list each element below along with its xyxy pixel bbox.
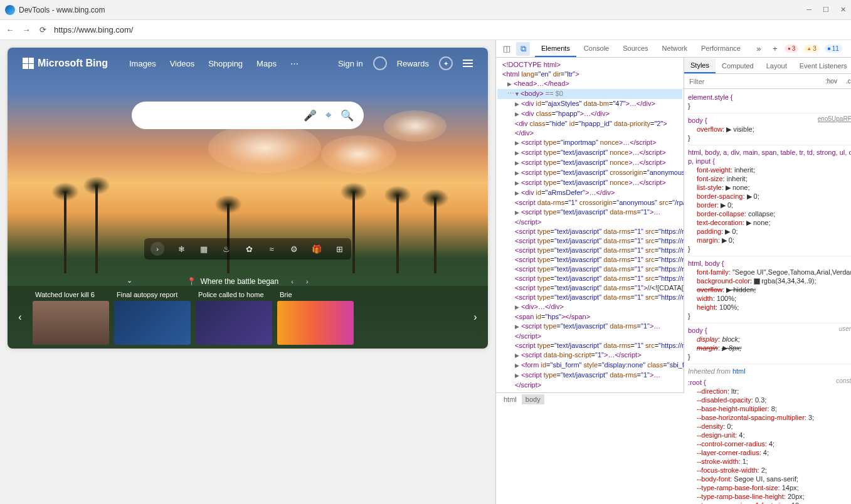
flame-icon[interactable]: ♨ <box>221 243 232 255</box>
styles-tab-computed[interactable]: Computed <box>716 59 760 73</box>
avatar-icon[interactable] <box>373 56 387 70</box>
add-tab-icon[interactable]: + <box>768 42 782 56</box>
waves-icon[interactable]: ≈ <box>266 243 277 255</box>
error-badge[interactable]: 3 <box>785 45 798 53</box>
search-box[interactable]: 🎤 ⌖ 🔍 <box>132 102 364 129</box>
css-prop[interactable]: --base-height-multiplier: 8; <box>688 404 851 413</box>
element-node[interactable]: ▶<form id="sbi_form" style="display:none… <box>497 360 682 370</box>
element-node[interactable]: <script type="text/javascript" data-rms=… <box>497 293 682 302</box>
element-node[interactable]: ▶<script type="text/javascript" data-rms… <box>497 322 682 341</box>
css-prop[interactable]: width: 100%; <box>688 294 851 303</box>
element-node[interactable]: ▶<head>…</head> <box>497 79 682 89</box>
css-prop[interactable]: --disabled-opacity: 0.3; <box>688 396 851 404</box>
styles-tab-event-listeners[interactable]: Event Listeners <box>793 59 851 73</box>
element-node[interactable]: ▶<div id="ajaxStyles" data-bm="47">…</di… <box>497 99 682 109</box>
element-node[interactable]: <script type="text/javascript" data-rms=… <box>497 236 682 246</box>
css-prop[interactable]: overflow: ▶ visible; <box>688 125 851 134</box>
css-prop[interactable]: background-color: rgba(34,34,34,.9); <box>688 276 851 285</box>
crumb-html[interactable]: html <box>500 394 521 404</box>
css-prop[interactable]: --focus-stroke-width: 2; <box>688 466 851 475</box>
element-node[interactable]: <script data-rms="1" crossorigin="anonym… <box>497 198 682 207</box>
css-prop[interactable]: font-size: inherit; <box>688 174 851 183</box>
element-node[interactable]: <div class="hide" id="hpapp_id" data-pri… <box>497 119 682 138</box>
css-prop[interactable]: --density: 0; <box>688 422 851 431</box>
devtools-tab-performance[interactable]: Performance <box>695 41 747 57</box>
element-node[interactable]: <script type="text/javascript" data-rms=… <box>497 265 682 274</box>
settings-icon[interactable]: ⚙ <box>288 243 300 255</box>
css-prop[interactable]: margin: ▶ 8px; <box>688 344 851 352</box>
css-rule[interactable]: constructed stylesheet:root {--direction… <box>688 377 851 504</box>
rule-selector[interactable]: html, body, a, div, main, span, table, t… <box>688 148 851 165</box>
element-node[interactable]: <html lang="en" dir="ltr"> <box>497 70 682 79</box>
nav-videos[interactable]: Videos <box>170 59 195 68</box>
crumb-body[interactable]: body <box>522 394 544 404</box>
css-prop[interactable]: --control-corner-radius: 4; <box>688 439 851 448</box>
devtools-tab-elements[interactable]: Elements <box>535 41 576 57</box>
css-prop[interactable]: margin: ▶ 0; <box>688 236 851 244</box>
grid-icon[interactable]: ⊞ <box>334 243 345 255</box>
css-prop[interactable]: display: block; <box>688 335 851 344</box>
rule-selector[interactable]: html, body { <box>688 259 851 268</box>
styles-rules[interactable]: element.style {}eno5UpaRPX2…GU.br.css:1b… <box>684 89 851 504</box>
styles-tab-layout[interactable]: Layout <box>760 59 793 73</box>
warning-badge[interactable]: 3 <box>803 45 819 53</box>
element-node[interactable]: <script type="text/javascript" data-rms=… <box>497 246 682 255</box>
news-prev[interactable]: ‹ <box>8 286 33 349</box>
photo-icon[interactable]: ▦ <box>198 243 209 255</box>
styles-filter-input[interactable] <box>687 76 820 87</box>
leaf-icon[interactable]: ✿ <box>243 243 255 255</box>
window-maximize[interactable]: ☐ <box>823 6 829 14</box>
more-tabs-icon[interactable]: » <box>752 42 766 56</box>
image-caption[interactable]: Where the battle began <box>200 277 278 286</box>
device-toggle-icon[interactable]: ⧉ <box>516 42 530 56</box>
element-node[interactable]: <script type="text/javascript" data-rms=… <box>497 341 682 350</box>
feature-prev[interactable]: › <box>151 242 164 256</box>
devtools-tab-network[interactable]: Network <box>656 41 694 57</box>
element-node[interactable]: ▶<div class="hpapp">…</div> <box>497 109 682 119</box>
element-node[interactable]: <script type="text/javascript" data-rms=… <box>497 283 682 293</box>
css-prop[interactable]: overflow: ▶ hidden; <box>688 285 851 294</box>
rule-selector[interactable]: element.style { <box>688 93 851 102</box>
css-rule[interactable]: element.style {} <box>688 92 851 113</box>
element-node[interactable]: <script type="text/javascript" data-rms=… <box>497 274 682 283</box>
news-card[interactable]: Brie <box>277 290 354 345</box>
element-node[interactable]: ▶<script type="importmap" nonce>…</scrip… <box>497 138 682 148</box>
css-prop[interactable]: padding: ▶ 0; <box>688 227 851 236</box>
bing-logo[interactable]: Microsoft Bing <box>23 58 108 69</box>
element-node[interactable]: ▶<div>…</div> <box>497 302 682 312</box>
rewards-badge-icon[interactable]: ✦ <box>439 56 453 70</box>
news-next[interactable]: › <box>463 286 488 349</box>
css-prop[interactable]: --design-unit: 4; <box>688 431 851 439</box>
css-rule[interactable]: user agent stylesheetbody {display: bloc… <box>688 325 851 364</box>
info-badge[interactable]: 11 <box>825 45 842 53</box>
css-rule[interactable]: (index):1html, body {font-family: "Segoe… <box>688 258 851 323</box>
element-node[interactable]: ▶<script type="text/javascript" data-rms… <box>497 207 682 227</box>
element-node[interactable]: ▶<script type="text/javascript" crossori… <box>497 168 682 178</box>
css-prop[interactable]: --type-ramp-base-font-size: 14px; <box>688 483 851 492</box>
rule-source-link[interactable]: eno5UpaRPX2…GU.br.css:1 <box>818 115 851 123</box>
nav-forward[interactable]: → <box>21 25 31 34</box>
css-prop[interactable]: font-weight: inherit; <box>688 165 851 174</box>
css-prop[interactable]: border-spacing: ▶ 0; <box>688 192 851 201</box>
inspect-icon[interactable]: ◫ <box>500 42 514 56</box>
css-prop[interactable]: --layer-corner-radius: 4; <box>688 448 851 457</box>
css-prop[interactable]: font-family: "Segoe UI",Segoe,Tahoma,Ari… <box>688 268 851 276</box>
nav-images[interactable]: Images <box>129 59 156 68</box>
signin-link[interactable]: Sign in <box>338 59 363 68</box>
url-text[interactable]: https://www.bing.com/ <box>54 25 133 34</box>
rule-selector[interactable]: :root { <box>688 378 851 387</box>
rewards-link[interactable]: Rewards <box>397 59 429 68</box>
news-card[interactable]: Police called to home <box>196 290 272 345</box>
element-node[interactable]: <script type="text/javascript" data-rms=… <box>497 255 682 265</box>
devtools-tab-sources[interactable]: Sources <box>616 41 654 57</box>
snowflake-icon[interactable]: ❄ <box>176 243 187 255</box>
search-input[interactable] <box>142 110 295 120</box>
window-minimize[interactable]: ─ <box>806 6 811 14</box>
css-prop[interactable]: --base-horizontal-spacing-multiplier: 3; <box>688 413 851 422</box>
element-node[interactable]: ▶<script type="text/javascript" nonce>…<… <box>497 178 682 188</box>
element-node[interactable]: ▶<div id="aRmsDefer">…</div> <box>497 188 682 198</box>
news-card[interactable]: Watched lover kill 6 <box>33 290 109 345</box>
element-node[interactable]: ▶<script data-bing-script="1">…</script> <box>497 350 682 360</box>
element-node[interactable]: ▶<script type="text/javascript" nonce>…<… <box>497 158 682 168</box>
css-prop[interactable]: --direction: ltr; <box>688 387 851 396</box>
